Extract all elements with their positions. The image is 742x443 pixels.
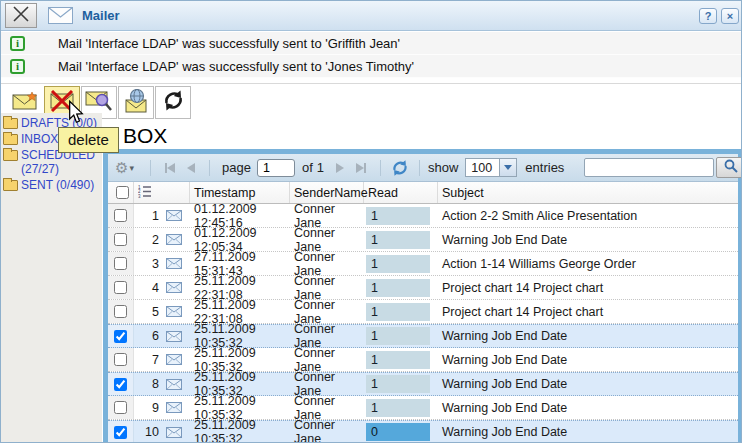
- table-refresh-icon[interactable]: [391, 159, 409, 177]
- column-header-read[interactable]: Read: [364, 182, 438, 203]
- row-checkbox[interactable]: [114, 281, 127, 294]
- column-header-timestamp[interactable]: Timestamp: [190, 182, 290, 203]
- table-row[interactable]: 1025.11.2009 10:35:32Conner Jane0Warning…: [108, 420, 738, 443]
- column-header-sendername[interactable]: SenderName: [290, 182, 364, 203]
- page-number-input[interactable]: [257, 159, 295, 177]
- mail-icon: [166, 234, 182, 245]
- search-icon: [724, 159, 738, 176]
- row-checkbox[interactable]: [114, 353, 127, 366]
- chevron-down-icon: [499, 159, 516, 176]
- search-mail-icon: [85, 90, 113, 116]
- help-button[interactable]: ?: [699, 8, 717, 24]
- row-checkbox[interactable]: [114, 209, 127, 222]
- svg-text:3: 3: [138, 194, 141, 199]
- cell-sender: Conner Jane: [290, 348, 364, 371]
- cell-read: 1: [364, 276, 438, 299]
- window-x-button[interactable]: [5, 3, 37, 28]
- mail-icon: [166, 306, 182, 317]
- heading-row: BOX: [103, 123, 742, 149]
- sort-order-cell[interactable]: 123: [134, 182, 190, 203]
- window-title: Mailer: [82, 8, 120, 23]
- row-checkbox[interactable]: [114, 305, 127, 318]
- table-row[interactable]: 101.12.2009 12:45:16Conner Jane1Action 2…: [108, 204, 738, 228]
- title-bar: Mailer ? ×: [1, 1, 742, 31]
- cell-timestamp: 25.11.2009 22:31:08: [190, 276, 290, 299]
- search-input[interactable]: [584, 158, 714, 177]
- table-row[interactable]: 525.11.2009 22:31:08Conner Jane1Project …: [108, 300, 738, 324]
- cell-subject: Warning Job End Date: [438, 348, 738, 371]
- cell-timestamp: 25.11.2009 10:35:32: [190, 421, 290, 443]
- notification-text: Mail 'Interface LDAP' was successfully s…: [58, 59, 414, 74]
- first-page-button[interactable]: [165, 163, 175, 173]
- divider: [209, 160, 210, 176]
- cell-subject: Project chart 14 Project chart: [438, 300, 738, 323]
- read-value: 0: [366, 423, 430, 441]
- cell-read: 1: [364, 325, 438, 347]
- folder-label: SENT (0/490): [21, 178, 94, 192]
- refresh-icon: [162, 89, 185, 116]
- show-label: show: [428, 160, 458, 175]
- table-row[interactable]: 625.11.2009 10:35:32Conner Jane1Warning …: [108, 324, 738, 348]
- next-page-button[interactable]: [336, 163, 344, 173]
- entries-per-page-select[interactable]: 100: [465, 158, 517, 177]
- cell-sender: Conner Jane: [290, 373, 364, 395]
- folder-sidebar: DRAFTS (0/0)INBOX (8SCHEDULED (27/27)SEN…: [1, 113, 102, 442]
- mailer-app-icon: [48, 7, 73, 24]
- mail-icon-cell: [166, 204, 190, 227]
- delete-tooltip: delete: [58, 127, 119, 153]
- cell-read: 1: [364, 348, 438, 371]
- last-page-button[interactable]: [356, 163, 366, 173]
- column-header-subject[interactable]: Subject: [438, 182, 738, 203]
- row-checkbox[interactable]: [114, 257, 127, 270]
- read-value: 1: [366, 255, 430, 273]
- notification-area: iMail 'Interface LDAP' was successfully …: [1, 32, 742, 78]
- cell-subject: Warning Job End Date: [438, 325, 738, 347]
- divider: [150, 160, 151, 176]
- folder-icon: [3, 150, 18, 161]
- search-button[interactable]: [716, 157, 742, 178]
- row-checkbox[interactable]: [114, 401, 127, 414]
- row-checkbox-cell: [108, 300, 134, 323]
- close-button[interactable]: ×: [721, 8, 739, 24]
- table-row[interactable]: 425.11.2009 22:31:08Conner Jane1Project …: [108, 276, 738, 300]
- row-checkbox[interactable]: [114, 233, 127, 246]
- read-value: 1: [366, 303, 430, 321]
- folder-icon: [3, 134, 18, 145]
- mail-icon-cell: [166, 396, 190, 419]
- row-number: 5: [134, 300, 166, 323]
- table-row[interactable]: 327.11.2009 15:31:43Conner Jane1Action 1…: [108, 252, 738, 276]
- row-checkbox[interactable]: [114, 330, 127, 343]
- row-checkbox-cell: [108, 396, 134, 419]
- cell-sender: Conner Jane: [290, 421, 364, 443]
- table-row[interactable]: 925.11.2009 10:35:32Conner Jane1Warning …: [108, 396, 738, 420]
- numbered-sort-icon: 123: [138, 184, 152, 201]
- select-all-checkbox[interactable]: [116, 186, 129, 199]
- read-value: 1: [366, 375, 430, 393]
- sidebar-folder[interactable]: SENT (0/490): [1, 177, 102, 193]
- cell-read: 1: [364, 228, 438, 251]
- row-number: 3: [134, 252, 166, 275]
- row-checkbox[interactable]: [114, 426, 127, 439]
- mail-list-panel: ⚙ ▾ page of 1 show 100 entries: [103, 149, 742, 442]
- read-value: 1: [366, 327, 430, 345]
- mail-icon-cell: [166, 373, 190, 395]
- cell-subject: Warning Job End Date: [438, 396, 738, 419]
- cell-read: 1: [364, 300, 438, 323]
- table-row[interactable]: 201.12.2009 12:05:34Conner Jane1Warning …: [108, 228, 738, 252]
- cell-subject: Warning Job End Date: [438, 228, 738, 251]
- gear-icon[interactable]: ⚙: [115, 159, 128, 177]
- mail-icon-cell: [166, 325, 190, 347]
- gear-caret-icon[interactable]: ▾: [129, 163, 134, 173]
- previous-page-button[interactable]: [187, 163, 195, 173]
- send-mail-button[interactable]: [118, 86, 154, 119]
- table-row[interactable]: 825.11.2009 10:35:32Conner Jane1Warning …: [108, 372, 738, 396]
- table-row[interactable]: 725.11.2009 10:35:32Conner Jane1Warning …: [108, 348, 738, 372]
- entries-label: entries: [525, 160, 564, 175]
- cell-timestamp: 25.11.2009 10:35:32: [190, 348, 290, 371]
- refresh-button[interactable]: [155, 86, 191, 119]
- mail-icon: [166, 258, 182, 269]
- cell-timestamp: 27.11.2009 15:31:43: [190, 252, 290, 275]
- new-mail-icon: [12, 92, 38, 114]
- row-checkbox[interactable]: [114, 378, 127, 391]
- cell-read: 1: [364, 396, 438, 419]
